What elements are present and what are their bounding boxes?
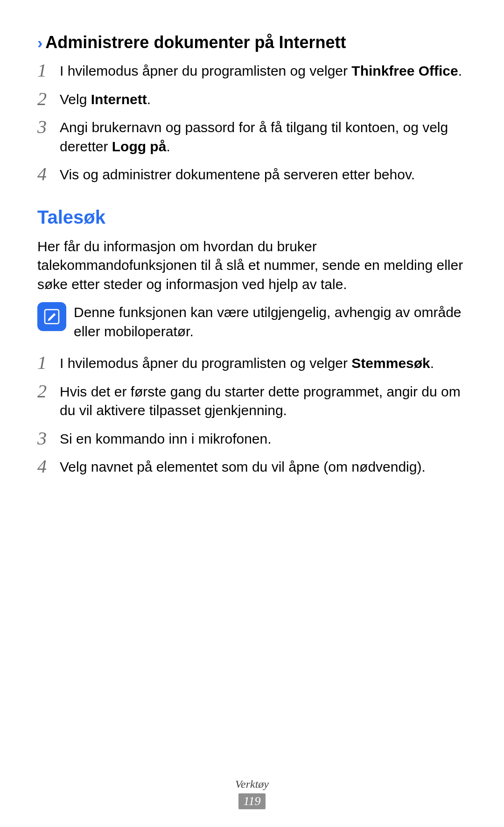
step-body: Angi brukernavn og passord for å få tilg… <box>60 117 467 156</box>
step-number: 1 <box>37 61 60 80</box>
document-page: › Administrere dokumenter på Internett 1… <box>0 0 504 827</box>
step-item: 3 Angi brukernavn og passord for å få ti… <box>37 117 467 156</box>
step-number: 3 <box>37 117 60 137</box>
step-item: 4 Vis og administrer dokumentene på serv… <box>37 164 467 184</box>
step-list-section1: 1 I hvilemodus åpner du programlisten og… <box>37 61 467 184</box>
chevron-icon: › <box>37 35 42 50</box>
page-number-badge: 119 <box>238 793 265 809</box>
step-body: Si en kommando inn i mikrofonen. <box>60 429 467 449</box>
step-item: 1 I hvilemodus åpner du programlisten og… <box>37 61 467 81</box>
step-body: Velg Internett. <box>60 89 467 109</box>
section-title-talesok: Talesøk <box>37 207 467 228</box>
step-number: 2 <box>37 382 60 401</box>
step-list-section2: 1 I hvilemodus åpner du programlisten og… <box>37 353 467 477</box>
step-number: 4 <box>37 457 60 476</box>
page-footer: Verktøy 119 <box>0 778 504 809</box>
step-number: 1 <box>37 353 60 373</box>
subheading-text: Administrere dokumenter på Internett <box>45 33 346 52</box>
step-item: 2 Velg Internett. <box>37 89 467 109</box>
step-number: 4 <box>37 164 60 184</box>
intro-paragraph: Her får du informasjon om hvordan du bru… <box>37 237 467 294</box>
subheading-admin-docs: › Administrere dokumenter på Internett <box>37 33 467 52</box>
step-body: I hvilemodus åpner du programlisten og v… <box>60 61 467 81</box>
step-body: I hvilemodus åpner du programlisten og v… <box>60 353 467 373</box>
step-number: 2 <box>37 89 60 109</box>
note-text: Denne funksjonen kan være utilgjengelig,… <box>74 302 467 341</box>
note-block: Denne funksjonen kan være utilgjengelig,… <box>37 302 467 341</box>
step-item: 3 Si en kommando inn i mikrofonen. <box>37 429 467 449</box>
step-body: Velg navnet på elementet som du vil åpne… <box>60 457 467 477</box>
footer-section-label: Verktøy <box>0 778 504 791</box>
step-item: 4 Velg navnet på elementet som du vil åp… <box>37 457 467 477</box>
step-body: Vis og administrer dokumentene på server… <box>60 164 467 184</box>
note-icon <box>37 302 66 331</box>
step-body: Hvis det er første gang du starter dette… <box>60 382 467 420</box>
step-item: 2 Hvis det er første gang du starter det… <box>37 382 467 420</box>
step-item: 1 I hvilemodus åpner du programlisten og… <box>37 353 467 373</box>
step-number: 3 <box>37 429 60 448</box>
